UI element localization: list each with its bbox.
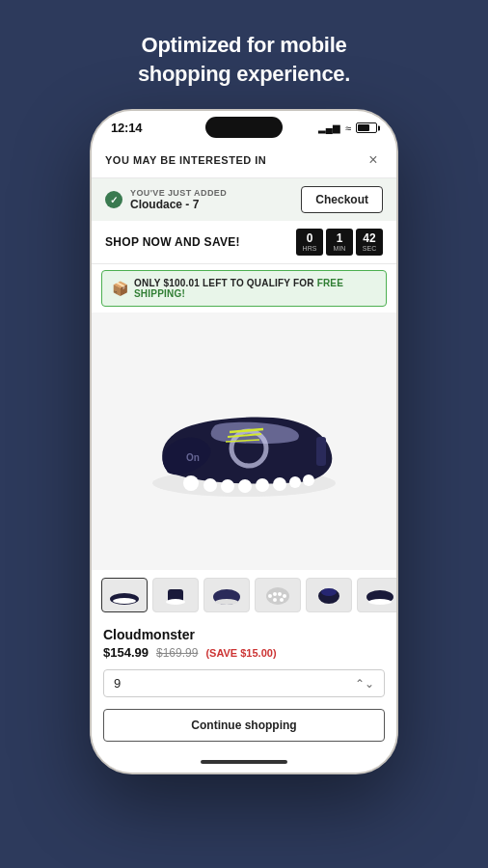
added-label: YOU'VE JUST ADDED — [130, 188, 227, 198]
thumbnail-1[interactable] — [101, 578, 148, 612]
continue-shopping-button[interactable]: Continue shopping — [103, 709, 385, 742]
countdown-seconds: 42 SEC — [356, 229, 383, 256]
added-product-name: Cloudace - 7 — [130, 198, 227, 211]
status-icons: ▂▄▆ ≈ — [318, 122, 377, 134]
chevron-updown-icon: ⌃⌄ — [355, 677, 374, 691]
battery-icon — [356, 122, 377, 133]
svg-rect-13 — [316, 437, 326, 466]
svg-point-1 — [183, 475, 199, 491]
svg-point-27 — [280, 598, 284, 602]
check-icon — [105, 191, 122, 208]
page-headline: Optimized for mobile shopping experience… — [138, 31, 350, 88]
svg-point-22 — [268, 594, 272, 598]
svg-point-25 — [283, 594, 286, 598]
added-text-block: YOU'VE JUST ADDED Cloudace - 7 — [130, 188, 227, 211]
product-name: Cloudmonster — [103, 627, 195, 642]
thumbnail-2[interactable] — [152, 578, 199, 612]
countdown-minutes: 1 MIN — [326, 229, 353, 256]
home-indicator — [92, 751, 396, 773]
price-current: $154.99 — [103, 645, 149, 660]
svg-point-8 — [303, 475, 314, 486]
thumbnail-4[interactable] — [255, 578, 301, 612]
shop-now-text: SHOP NOW AND SAVE! — [105, 235, 240, 249]
thumbnail-row — [92, 570, 396, 620]
size-value: 9 — [114, 676, 121, 691]
dynamic-island — [205, 117, 283, 138]
svg-point-18 — [166, 599, 185, 605]
svg-point-7 — [289, 476, 301, 488]
thumbnail-3[interactable] — [203, 578, 250, 612]
status-bar: 12:14 ▂▄▆ ≈ — [92, 111, 396, 139]
shoe-image: On — [138, 379, 350, 504]
price-row: $154.99 $169.99 (SAVE $15.00) — [103, 645, 385, 660]
added-banner: YOU'VE JUST ADDED Cloudace - 7 Checkout — [92, 178, 396, 221]
svg-point-31 — [368, 599, 392, 605]
minutes-label: MIN — [334, 245, 346, 252]
shipping-text: ONLY $100.01 LEFT TO QUALIFY FOR FREE SH… — [134, 278, 376, 299]
hours-label: HRS — [303, 245, 317, 252]
svg-text:On: On — [186, 452, 200, 463]
svg-point-3 — [221, 479, 234, 493]
product-info: Cloudmonster $154.99 $169.99 (SAVE $15.0… — [92, 620, 396, 664]
svg-point-23 — [273, 592, 277, 596]
modal-title: YOU MAY BE INTERESTED IN — [105, 154, 266, 166]
shipping-banner: 📦 ONLY $100.01 LEFT TO QUALIFY FOR FREE … — [101, 270, 387, 307]
countdown-timer: 0 HRS 1 MIN 42 SEC — [296, 229, 383, 256]
price-save: (SAVE $15.00) — [205, 647, 276, 659]
svg-point-6 — [273, 477, 286, 491]
phone-shell: 12:14 ▂▄▆ ≈ YOU MAY BE INTERESTED IN × Y… — [90, 109, 398, 774]
seconds-label: SEC — [363, 245, 376, 252]
thumbnail-6[interactable] — [357, 578, 396, 612]
hours-value: 0 — [307, 232, 313, 244]
thumbnail-5[interactable] — [306, 578, 352, 612]
minutes-value: 1 — [337, 232, 343, 244]
shop-now-row: SHOP NOW AND SAVE! 0 HRS 1 MIN 42 SEC — [92, 221, 396, 264]
size-selector[interactable]: 9 ⌃⌄ — [103, 669, 385, 697]
added-left: YOU'VE JUST ADDED Cloudace - 7 — [105, 188, 227, 211]
screen-content: YOU MAY BE INTERESTED IN × YOU'VE JUST A… — [92, 139, 396, 751]
modal-header: YOU MAY BE INTERESTED IN × — [92, 139, 396, 178]
countdown-hours: 0 HRS — [296, 229, 323, 256]
shipping-icon: 📦 — [112, 281, 128, 296]
svg-point-4 — [238, 479, 252, 493]
seconds-value: 42 — [363, 232, 375, 244]
price-original: $169.99 — [156, 646, 198, 660]
svg-point-29 — [321, 588, 337, 596]
wifi-icon: ≈ — [345, 122, 351, 134]
checkout-button[interactable]: Checkout — [301, 186, 383, 213]
status-time: 12:14 — [111, 121, 142, 135]
battery-fill — [358, 124, 369, 131]
svg-point-26 — [273, 598, 277, 602]
close-button[interactable]: × — [364, 150, 383, 170]
signal-icon: ▂▄▆ — [318, 122, 340, 133]
product-image-area: On — [92, 312, 396, 570]
home-bar — [201, 760, 287, 764]
svg-point-24 — [278, 592, 282, 596]
svg-point-20 — [215, 599, 238, 605]
shipping-text-prefix: ONLY $100.01 LEFT TO QUALIFY FOR — [134, 278, 317, 288]
svg-point-5 — [256, 478, 269, 492]
svg-point-2 — [203, 478, 217, 492]
svg-point-16 — [113, 598, 136, 604]
